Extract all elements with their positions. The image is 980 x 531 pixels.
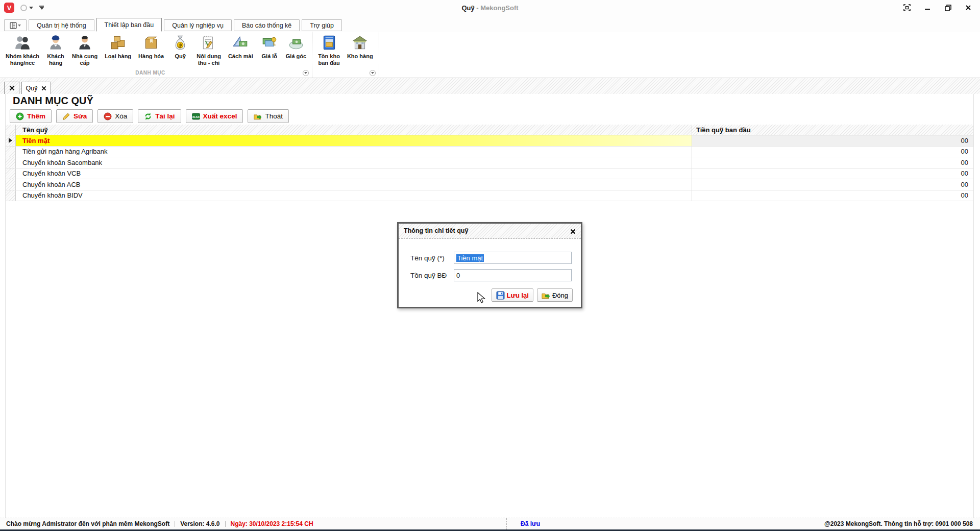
menu-tab-thiết-lập-ban-đầu[interactable]: Thiết lập ban đầu xyxy=(96,18,162,32)
fund-name-label: Tên quỹ (*) xyxy=(410,254,445,262)
tab-label: Quỹ xyxy=(26,85,38,92)
group-collapse-button[interactable] xyxy=(303,70,309,76)
minimize-button[interactable] xyxy=(921,2,934,13)
delete-icon xyxy=(104,112,112,120)
menu-tab-báo-cáo-thống-kê[interactable]: Báo cáo thống kê xyxy=(234,19,300,31)
close-all-tabs-button[interactable] xyxy=(4,82,19,94)
initial-fund-cell[interactable]: 00 xyxy=(692,190,973,201)
ribbon-item-income-expense[interactable]: Nội dung thu - chi xyxy=(193,33,225,70)
fund-name-cell[interactable]: Chuyển khoản Sacombank xyxy=(16,157,692,168)
input-value: 0 xyxy=(456,272,460,279)
row-selector-cell[interactable] xyxy=(6,179,16,190)
separator xyxy=(506,518,507,530)
restore-icon xyxy=(945,5,951,11)
ribbon-item-label: Nhóm khách hàng/ncc xyxy=(6,53,39,66)
ribbon-item-initial-stock[interactable]: Tồn kho ban đầu xyxy=(314,33,344,70)
initial-fund-label: Tồn quỹ BĐ xyxy=(410,272,447,279)
ribbon-item-fund[interactable]: Quỹ xyxy=(167,33,193,70)
fund-name-cell[interactable]: Chuyển khoản BIDV xyxy=(16,190,692,201)
minimize-icon xyxy=(924,5,930,11)
column-header-ten-quy[interactable]: Tên quỹ xyxy=(16,125,692,135)
row-selector-cell[interactable] xyxy=(6,157,16,168)
delete-button[interactable]: Xóa xyxy=(97,109,133,123)
fund-name-cell[interactable]: Tiền gửi ngân hàng Agribank xyxy=(16,147,692,157)
fund-name-input[interactable]: Tiền mặt xyxy=(454,252,572,264)
menu-tab-trợ-giúp[interactable]: Trợ giúp xyxy=(302,19,342,31)
row-selector-cell[interactable] xyxy=(6,168,16,179)
window-list-icon xyxy=(10,22,21,29)
exit-button[interactable]: Thoát xyxy=(248,109,289,123)
ribbon-item-supplier[interactable]: Nhà cung cấp xyxy=(68,33,101,70)
ribbon-item-retail-price[interactable]: Giá lỗ xyxy=(257,33,282,70)
ribbon-item-customer[interactable]: Khách hàng xyxy=(43,33,68,70)
group-collapse-button[interactable] xyxy=(370,70,376,76)
ribbon-group-kho: Tồn kho ban đầuKho hàng xyxy=(312,32,379,78)
initial-fund-input[interactable]: 0 xyxy=(454,269,572,281)
initial-fund-cell[interactable]: 00 xyxy=(692,147,973,157)
menu-tab-quản-lý-nghiệp-vụ[interactable]: Quản lý nghiệp vụ xyxy=(164,19,232,31)
close-tab-icon[interactable] xyxy=(41,86,46,91)
save-button[interactable]: Lưu lại xyxy=(492,288,533,302)
application-window: { "window": { "title": "Quỹ", "title_suf… xyxy=(0,0,980,531)
column-header-tien-quy-ban-dau[interactable]: Tiền quỹ ban đầu xyxy=(692,125,973,135)
initial-fund-cell[interactable]: 00 xyxy=(692,157,973,168)
menu-tab-quản-trị-hệ-thống[interactable]: Quản trị hệ thống xyxy=(29,19,94,31)
save-icon xyxy=(496,291,505,300)
initial-fund-cell[interactable]: 00 xyxy=(692,179,973,190)
fund-name-cell[interactable]: Chuyển khoản VCB xyxy=(16,168,692,179)
excel-button[interactable]: XLSXXuất excel xyxy=(186,109,243,123)
table-row[interactable]: Chuyển khoản VCB00 xyxy=(6,168,973,180)
edit-button[interactable]: Sửa xyxy=(56,109,93,123)
table-row[interactable]: Tiền mặt00 xyxy=(6,135,973,147)
ribbon-group-danh-muc: Nhóm khách hàng/nccKhách hàngNhà cung cấ… xyxy=(0,32,312,78)
customer-icon xyxy=(46,34,65,52)
button-label: Thêm xyxy=(27,112,45,120)
fund-name-cell[interactable]: Tiền mặt xyxy=(16,135,692,146)
table-row[interactable]: Tiền gửi ngân hàng Agribank00 xyxy=(6,147,973,158)
version-text: Version: 4.6.0 xyxy=(180,520,219,527)
separator xyxy=(175,521,175,527)
button-label: Thoát xyxy=(265,112,283,120)
table-row[interactable]: Chuyển khoản ACB00 xyxy=(6,179,973,190)
ribbon-item-warehouse[interactable]: Kho hàng xyxy=(344,33,377,70)
table-row[interactable]: Chuyển khoản BIDV00 xyxy=(6,190,973,202)
page-title: DANH MỤC QUỸ xyxy=(13,95,93,107)
initial-fund-cell[interactable]: 00 xyxy=(692,135,973,146)
action-button-row: ThêmSửaXóaTải lạiXLSXXuất excelThoát xyxy=(10,109,289,123)
ribbon-item-label: Loại hàng xyxy=(105,53,131,60)
ribbon-item-promotion[interactable]: Cách mài xyxy=(225,33,257,70)
table-row[interactable]: Chuyển khoản Sacombank00 xyxy=(6,157,973,168)
fund-name-cell[interactable]: Chuyển khoản ACB xyxy=(16,179,692,190)
exit-icon xyxy=(254,112,262,120)
ribbon-item-goods[interactable]: Hàng hóa xyxy=(135,33,167,70)
reload-button[interactable]: Tải lại xyxy=(138,109,181,123)
initial-stock-icon xyxy=(320,34,338,52)
tab-quy[interactable]: Quỹ xyxy=(21,82,51,94)
close-icon xyxy=(965,5,971,11)
close-button[interactable] xyxy=(962,2,975,13)
reload-icon xyxy=(144,112,152,120)
button-label: Sửa xyxy=(74,112,87,120)
menu-icon-tab[interactable] xyxy=(4,19,27,31)
ribbon-item-label: Hàng hóa xyxy=(138,53,164,60)
row-selector-cell[interactable] xyxy=(6,147,16,157)
dialog-close-button[interactable] xyxy=(569,227,577,235)
row-selector-cell[interactable] xyxy=(6,135,16,146)
ribbon-item-label: Quỹ xyxy=(175,53,186,60)
fit-screen-button[interactable] xyxy=(900,2,914,13)
ribbon-item-item-type[interactable]: Loại hàng xyxy=(101,33,135,70)
warehouse-icon xyxy=(351,34,369,52)
ribbon-item-cost-price[interactable]: Giá góc xyxy=(282,33,310,70)
ribbon-item-label: Giá góc xyxy=(286,53,306,60)
window-titlebar: V Quỹ - MekongSoft xyxy=(0,0,980,17)
fund-table: Tên quỹTiền quỹ ban đầuTiền mặt00Tiền gử… xyxy=(6,125,973,201)
add-icon xyxy=(16,112,24,120)
income-expense-icon xyxy=(200,34,218,52)
add-button[interactable]: Thêm xyxy=(10,109,52,123)
row-selector-cell[interactable] xyxy=(6,190,16,201)
fit-screen-icon xyxy=(903,4,911,11)
ribbon-item-customers-group[interactable]: Nhóm khách hàng/ncc xyxy=(2,33,43,70)
close-dialog-button[interactable]: Đóng xyxy=(537,288,573,302)
initial-fund-cell[interactable]: 00 xyxy=(692,168,973,179)
restore-button[interactable] xyxy=(941,2,954,13)
